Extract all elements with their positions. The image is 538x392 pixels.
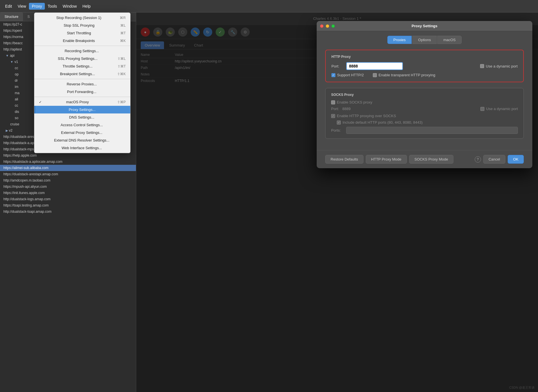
tab-proxies[interactable]: Proxies bbox=[387, 36, 411, 44]
socks-port-label: Port: bbox=[331, 107, 339, 111]
menu-view[interactable]: View bbox=[15, 3, 29, 10]
menu-item-recording-settings[interactable]: Recording Settings... bbox=[34, 47, 130, 55]
http-proxy-title: HTTP Proxy bbox=[331, 55, 518, 59]
support-http2-label: Support HTTP/2 bbox=[337, 73, 364, 77]
socks-ports-row: Ports: bbox=[331, 127, 518, 134]
close-button[interactable] bbox=[320, 24, 323, 28]
restore-defaults-button[interactable]: Restore Defaults bbox=[325, 155, 363, 164]
use-dynamic-port-row: Use a dynamic port bbox=[480, 64, 518, 68]
list-item[interactable]: https://dualstack-arestapi.amap.com bbox=[0, 171, 136, 177]
menu-label: External DNS Resolver Settings... bbox=[54, 138, 109, 142]
menu-item-breakpoint-settings[interactable]: Breakpoint Settings... ⇧⌘K bbox=[34, 70, 130, 78]
tab-sequence[interactable]: S bbox=[23, 12, 34, 21]
checkmark-icon: ✓ bbox=[39, 100, 43, 104]
menu-item-breakpoints[interactable]: Enable Breakpoints ⌘K bbox=[34, 37, 130, 45]
menu-item-proxy-settings[interactable]: Proxy Settings... bbox=[34, 106, 130, 113]
separator bbox=[34, 79, 130, 79]
port-input[interactable] bbox=[346, 62, 403, 70]
menu-label: Web Interface Settings... bbox=[62, 146, 102, 150]
menu-label: Port Forwarding... bbox=[67, 90, 96, 94]
menu-item-web-interface[interactable]: Web Interface Settings... bbox=[34, 144, 130, 152]
list-item[interactable]: https://tsapi.testing.amap.com bbox=[0, 202, 136, 208]
menu-item-stop-recording[interactable]: Stop Recording (Session 1) ⌘R bbox=[34, 14, 130, 22]
tab-options[interactable]: Options bbox=[412, 36, 437, 44]
window-controls bbox=[320, 24, 335, 28]
menu-label: Enable Breakpoints bbox=[63, 39, 95, 43]
menu-tools[interactable]: Tools bbox=[45, 3, 60, 10]
menu-proxy[interactable]: Proxy bbox=[29, 3, 45, 10]
menu-label: macOS Proxy bbox=[66, 100, 89, 104]
include-ports-checkbox[interactable]: ✓ bbox=[337, 121, 341, 125]
transparent-proxy-checkbox[interactable]: Enable transparent HTTP proxying bbox=[373, 73, 435, 77]
tab-structure[interactable]: Structure bbox=[0, 12, 23, 21]
menu-label: Reverse Proxies... bbox=[67, 82, 97, 86]
dialog-titlebar: Proxy Settings bbox=[317, 21, 532, 31]
proxy-settings-dialog: Proxy Settings Proxies Options macOS HTT… bbox=[317, 21, 532, 168]
menu-label: SSL Proxying Settings... bbox=[58, 56, 98, 61]
menu-item-macos-proxy[interactable]: ✓ macOS Proxy ⇧⌘P bbox=[34, 98, 130, 106]
socks-proxy-title: SOCKS Proxy bbox=[331, 93, 518, 97]
dialog-tabs: Proxies Options macOS bbox=[317, 31, 532, 44]
socks-proxy-mode-button[interactable]: SOCKS Proxy Mode bbox=[409, 155, 454, 164]
menu-item-stop-ssl[interactable]: Stop SSL Proxying ⌘L bbox=[34, 22, 130, 29]
menu-shortcut: ⇧⌘L bbox=[117, 57, 126, 61]
menu-item-reverse-proxies[interactable]: Reverse Proxies... bbox=[34, 80, 130, 88]
menu-item-external-dns[interactable]: External DNS Resolver Settings... bbox=[34, 136, 130, 144]
transparent-proxy-label: Enable transparent HTTP proxying bbox=[379, 73, 435, 77]
menu-shortcut: ⇧⌘K bbox=[117, 72, 126, 76]
menu-shortcut: ⌘T bbox=[120, 31, 126, 35]
menu-item-ssl-settings[interactable]: SSL Proxying Settings... ⇧⌘L bbox=[34, 55, 130, 62]
http2-row: ✓ Support HTTP/2 Enable transparent HTTP… bbox=[331, 73, 518, 77]
list-item[interactable]: https://mpush-api.aliyun.com bbox=[0, 184, 136, 190]
port-label: Port: bbox=[331, 64, 343, 68]
socks-proxy-section: SOCKS Proxy Enable SOCKS proxy Port: 888… bbox=[325, 88, 524, 139]
minimize-button[interactable] bbox=[326, 24, 329, 28]
menu-help[interactable]: Help bbox=[80, 3, 94, 10]
maximize-button[interactable] bbox=[331, 24, 335, 28]
list-item[interactable]: https://init.itunes.apple.com bbox=[0, 190, 136, 196]
list-item[interactable]: http://dualstack-tsapi.amap.com bbox=[0, 208, 136, 215]
list-item[interactable]: https://dualstack-a.apilocate.amap.com bbox=[0, 159, 136, 165]
ok-button[interactable]: OK bbox=[508, 155, 524, 164]
menu-item-port-forwarding[interactable]: Port Forwarding... bbox=[34, 88, 130, 96]
dynamic-port-label: Use a dynamic port bbox=[486, 64, 518, 68]
separator bbox=[34, 97, 130, 97]
menu-edit[interactable]: Edit bbox=[2, 3, 15, 10]
menu-label: Recording Settings... bbox=[65, 49, 99, 53]
socks-ports-label: Ports: bbox=[331, 128, 344, 132]
help-button[interactable]: ? bbox=[475, 156, 481, 163]
dialog-footer: Restore Defaults HTTP Proxy Mode SOCKS P… bbox=[317, 150, 532, 168]
menu-item-throttling[interactable]: Start Throttling ⌘T bbox=[34, 29, 130, 37]
dialog-content: HTTP Proxy Port: Use a dynamic port ✓ bbox=[317, 44, 532, 150]
list-item[interactable]: http://dualstack-logs.amap.com bbox=[0, 196, 136, 202]
enable-socks-row: Enable SOCKS proxy bbox=[331, 100, 518, 104]
menubar: Edit View Proxy Tools Window Help bbox=[0, 0, 538, 12]
list-item-alibaba[interactable]: https://alimei-sub.alibaba.com bbox=[0, 165, 136, 171]
enable-socks-checkbox[interactable] bbox=[331, 100, 335, 104]
http-proxy-mode-button[interactable]: HTTP Proxy Mode bbox=[366, 155, 407, 164]
menu-item-dns-settings[interactable]: DNS Settings... bbox=[34, 113, 130, 121]
menu-label: Throttle Settings... bbox=[63, 64, 93, 68]
list-item[interactable]: https://help.apple.com bbox=[0, 152, 136, 159]
menu-window[interactable]: Window bbox=[60, 3, 80, 10]
socks-ports-input[interactable] bbox=[346, 127, 518, 134]
socks-dynamic-port-checkbox[interactable] bbox=[480, 107, 484, 111]
folder-icon: ▼ bbox=[6, 54, 9, 57]
http-proxy-section: HTTP Proxy Port: Use a dynamic port ✓ bbox=[325, 50, 524, 82]
menu-item-throttle-settings[interactable]: Throttle Settings... ⇧⌘T bbox=[34, 62, 130, 70]
socks-port-value: 8889 bbox=[342, 107, 350, 111]
footer-left: Restore Defaults HTTP Proxy Mode SOCKS P… bbox=[325, 155, 453, 164]
menu-item-external-proxy[interactable]: External Proxy Settings... bbox=[34, 129, 130, 136]
menu-item-access-control[interactable]: Access Control Settings... bbox=[34, 121, 130, 129]
menu-shortcut: ⌘R bbox=[120, 16, 126, 20]
dynamic-port-checkbox[interactable] bbox=[480, 64, 484, 68]
menu-label: Access Control Settings... bbox=[61, 123, 103, 127]
tab-macos[interactable]: macOS bbox=[437, 36, 461, 44]
support-http2-checkbox[interactable]: ✓ Support HTTP/2 bbox=[331, 73, 364, 77]
http-over-socks-checkbox[interactable]: ✓ bbox=[331, 114, 335, 118]
menu-label: Start Throttling bbox=[67, 31, 91, 35]
checkbox-unchecked-icon bbox=[373, 73, 377, 77]
list-item[interactable]: http://amdcopen.m.taobao.com bbox=[0, 177, 136, 184]
cancel-button[interactable]: Cancel bbox=[483, 155, 505, 164]
separator bbox=[34, 46, 130, 46]
